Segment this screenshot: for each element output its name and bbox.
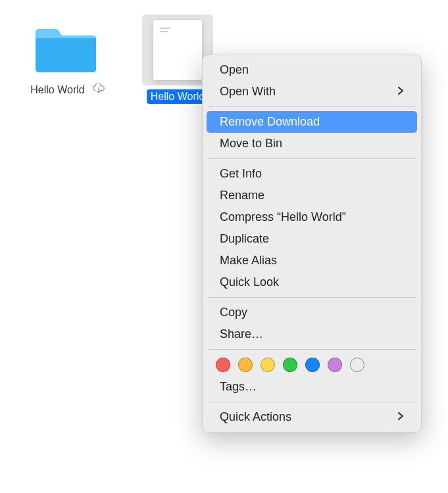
- menu-item-duplicate[interactable]: Duplicate: [207, 228, 417, 250]
- menu-item-remove-download[interactable]: Remove Download: [207, 111, 417, 133]
- menu-item-make-alias[interactable]: Make Alias: [207, 250, 417, 271]
- tag-color-row: [203, 354, 421, 376]
- tag-purple[interactable]: [328, 358, 342, 372]
- menu-item-label: Remove Download: [220, 115, 320, 129]
- menu-item-open-with[interactable]: Open With: [207, 81, 417, 103]
- menu-item-label: Make Alias: [220, 254, 277, 268]
- file-label-row: Hello World: [26, 83, 105, 97]
- menu-separator: [208, 297, 416, 298]
- menu-item-get-info[interactable]: Get Info: [207, 163, 417, 185]
- menu-item-label: Quick Look: [220, 275, 279, 289]
- chevron-right-icon: [397, 85, 404, 99]
- menu-item-label: Move to Bin: [220, 137, 282, 151]
- menu-item-quick-actions[interactable]: Quick Actions: [207, 406, 417, 428]
- folder-icon: [33, 20, 99, 79]
- menu-item-label: Duplicate: [220, 232, 269, 246]
- menu-item-label: Open: [220, 63, 249, 77]
- file-item-folder[interactable]: Hello World: [20, 20, 112, 97]
- file-label: Hello World: [147, 89, 209, 104]
- menu-item-label: Compress “Hello World”: [220, 210, 346, 224]
- menu-item-copy[interactable]: Copy: [207, 302, 417, 323]
- menu-item-compress[interactable]: Compress “Hello World”: [207, 206, 417, 228]
- tag-blue[interactable]: [305, 358, 320, 372]
- menu-item-label: Open With: [220, 85, 276, 99]
- menu-item-quick-look[interactable]: Quick Look: [207, 271, 417, 293]
- menu-item-share[interactable]: Share…: [207, 323, 417, 345]
- menu-item-label: Rename: [220, 189, 264, 202]
- menu-item-move-to-bin[interactable]: Move to Bin: [207, 133, 417, 154]
- menu-separator: [208, 106, 416, 107]
- menu-separator: [208, 402, 416, 402]
- menu-item-label: Copy: [220, 306, 247, 319]
- cloud-download-icon: [92, 83, 105, 97]
- tag-green[interactable]: [283, 358, 297, 372]
- menu-separator: [208, 349, 416, 350]
- menu-separator: [208, 158, 416, 159]
- menu-item-label: Get Info: [220, 167, 262, 181]
- menu-item-label: Quick Actions: [220, 410, 291, 424]
- menu-item-rename[interactable]: Rename: [207, 185, 417, 206]
- menu-item-open[interactable]: Open: [207, 59, 417, 81]
- tag-none[interactable]: [350, 358, 364, 372]
- desktop-area: Hello World Hello World Open: [0, 0, 448, 493]
- tag-orange[interactable]: [238, 358, 253, 372]
- menu-item-label: Tags…: [220, 380, 257, 394]
- tag-yellow[interactable]: [261, 358, 275, 372]
- menu-item-tags[interactable]: Tags…: [207, 376, 417, 398]
- file-label: Hello World: [26, 83, 88, 97]
- chevron-right-icon: [397, 410, 404, 424]
- tag-red[interactable]: [216, 358, 230, 372]
- file-label-row: Hello World: [147, 89, 209, 104]
- menu-item-label: Share…: [220, 327, 263, 341]
- context-menu: Open Open With Remove Download Move to B…: [202, 55, 422, 433]
